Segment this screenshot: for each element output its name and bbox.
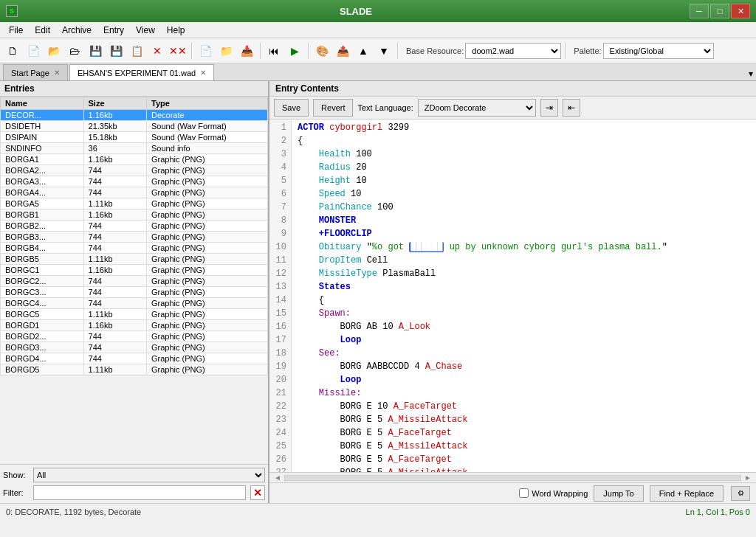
down-button[interactable]: ▼ [374,41,394,60]
show-select[interactable]: All [33,468,265,482]
line-number: 8 [274,214,286,227]
outdent-button[interactable]: ⇤ [563,99,580,117]
first-entry-button[interactable]: ⏮ [264,41,284,60]
entries-table[interactable]: Name Size Type DECOR...1.16kbDecorateDSI… [0,97,268,464]
table-row[interactable]: BORGB3...744Graphic (PNG) [1,232,268,243]
palette-dropdown[interactable]: Existing/Global [603,43,714,59]
revert-entry-button[interactable]: Revert [313,99,353,117]
table-row[interactable]: BORGA4...744Graphic (PNG) [1,187,268,198]
line-number: 17 [274,333,286,347]
entry-size: 744 [83,165,147,176]
code-token: DropItem [298,255,367,266]
filter-input[interactable] [33,485,246,500]
code-line: BORG E 10 A_FaceTarget [298,400,750,413]
tabs-bar: Start Page ✕ EHSAN'S EXPERIMENT 01.wad ✕… [0,63,756,81]
col-type[interactable]: Type [147,97,268,110]
menu-item-file[interactable]: File [3,24,29,37]
word-wrap-checkbox[interactable]: Word Wrapping [519,488,588,498]
jump-to-button[interactable]: Jump To [594,485,643,502]
close-file-button[interactable]: ✕ [148,41,167,60]
code-token: Cell [367,255,388,266]
menu-item-archive[interactable]: Archive [56,24,97,37]
save-as-button[interactable]: 💾 [106,41,126,60]
new-button[interactable]: 🗋 [3,41,22,60]
open-dir-button[interactable]: 🗁 [65,41,84,60]
save-all-button[interactable]: 📋 [127,41,146,60]
code-token: Loop [298,375,361,385]
entry-size: 1.16kb [83,265,147,276]
table-row[interactable]: BORGA11.16kbGraphic (PNG) [1,154,268,165]
new-folder-button[interactable]: 📁 [216,41,236,60]
menu-item-help[interactable]: Help [161,24,191,37]
entry-name: BORGA4... [1,187,84,198]
table-row[interactable]: BORGC4...744Graphic (PNG) [1,298,268,309]
table-row[interactable]: BORGD11.16kbGraphic (PNG) [1,320,268,331]
find-replace-button[interactable]: Find + Replace [650,485,724,502]
open-button[interactable]: 📂 [44,41,63,60]
code-line: Obituary "%o got ██████ up by unknown cy… [298,240,750,254]
table-row[interactable]: BORGA51.11kbGraphic (PNG) [1,198,268,209]
menu-item-edit[interactable]: Edit [29,24,56,37]
export-button[interactable]: 📤 [333,41,352,60]
entry-size: 744 [83,298,147,309]
word-wrap-input[interactable] [519,488,529,498]
base-resource-dropdown[interactable]: doom2.wad [465,43,561,59]
menu-item-entry[interactable]: Entry [97,24,130,37]
text-language-dropdown[interactable]: ZDoom Decorate [418,99,536,117]
settings-corner-button[interactable]: ⚙ [731,486,750,501]
close-button[interactable]: ✕ [731,4,750,18]
code-line: DropItem Cell [298,254,750,267]
entry-size: 1.16kb [83,320,147,331]
indent-button[interactable]: ⇥ [540,99,558,117]
table-row[interactable]: BORGC3...744Graphic (PNG) [1,287,268,298]
table-row[interactable]: DSIDETH21.35kbSound (Wav Format) [1,121,268,132]
up-button[interactable]: ▲ [354,41,373,60]
table-row[interactable]: BORGB51.11kbGraphic (PNG) [1,254,268,265]
code-token: 10 [356,176,366,186]
col-size[interactable]: Size [83,97,147,110]
table-row[interactable]: BORGC2...744Graphic (PNG) [1,276,268,287]
table-row[interactable]: BORGC11.16kbGraphic (PNG) [1,265,268,276]
table-row[interactable]: SNDINFO36Sound info [1,143,268,154]
tab-start-page[interactable]: Start Page ✕ [3,64,68,80]
palette-prev-button[interactable]: 🎨 [312,41,331,60]
table-row[interactable]: DECOR...1.16kbDecorate [1,110,268,121]
code-content[interactable]: ACTOR cyborggirl 3299{ Health 100 Radius… [292,119,756,472]
table-row[interactable]: BORGD4...744Graphic (PNG) [1,353,268,364]
table-row[interactable]: BORGA3...744Graphic (PNG) [1,176,268,187]
table-row[interactable]: BORGB11.16kbGraphic (PNG) [1,209,268,221]
code-editor[interactable]: 1234567891011121314151617181920212223242… [269,119,756,472]
horizontal-scrollbar[interactable]: ◄ ► [269,472,756,482]
menu-item-view[interactable]: View [130,24,161,37]
table-row[interactable]: BORGD3...744Graphic (PNG) [1,342,268,353]
table-row[interactable]: BORGD51.11kbGraphic (PNG) [1,364,268,375]
minimize-button[interactable]: ─ [690,4,709,18]
table-row[interactable]: BORGA2...744Graphic (PNG) [1,165,268,176]
separator-3 [308,43,309,59]
entry-type: Graphic (PNG) [147,254,268,265]
save-entry-button[interactable]: Save [274,99,309,117]
table-row[interactable]: BORGC51.11kbGraphic (PNG) [1,309,268,320]
tab-wad-file[interactable]: EHSAN'S EXPERIMENT 01.wad ✕ [69,64,214,80]
table-row[interactable]: DSIPAIN15.18kbSound (Wav Format) [1,132,268,143]
tab-wad-close[interactable]: ✕ [200,69,206,77]
close-all-button[interactable]: ✕✕ [168,41,188,60]
new-entry-button[interactable]: 📄 [196,41,215,60]
import-button[interactable]: 📥 [237,41,256,60]
entry-name: BORGA2... [1,165,84,176]
code-line: Height 10 [298,174,750,187]
entry-type: Sound (Wav Format) [147,132,268,143]
table-row[interactable]: BORGD2...744Graphic (PNG) [1,331,268,342]
save-button[interactable]: 💾 [86,41,105,60]
code-token: See: [298,348,340,358]
col-name[interactable]: Name [1,97,84,110]
new-wad-button[interactable]: 📄 [24,41,43,60]
code-scroll-area[interactable]: 1234567891011121314151617181920212223242… [269,119,756,472]
run-button[interactable]: ▶ [285,41,304,60]
table-row[interactable]: BORGB4...744Graphic (PNG) [1,243,268,254]
table-row[interactable]: BORGB2...744Graphic (PNG) [1,221,268,232]
tab-start-page-close[interactable]: ✕ [54,69,60,77]
filter-clear-button[interactable]: ✕ [250,485,265,500]
maximize-button[interactable]: □ [710,4,729,18]
tab-overflow-arrow[interactable]: ▾ [749,69,753,79]
